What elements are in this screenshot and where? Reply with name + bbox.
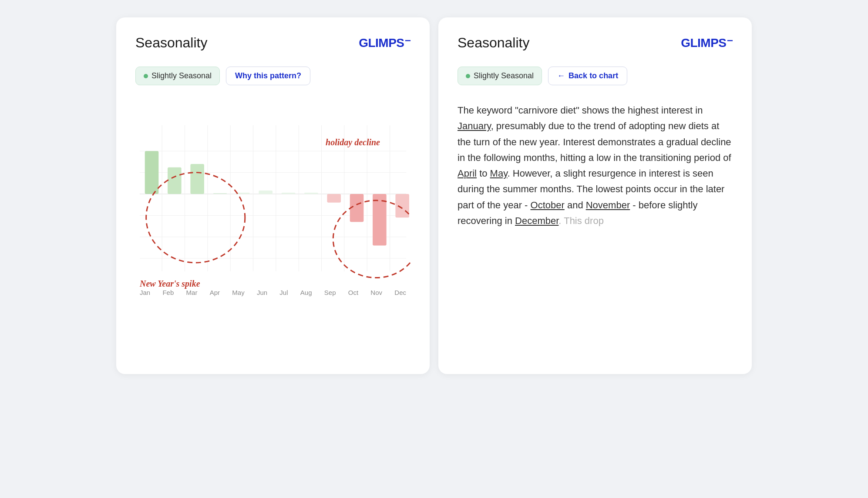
back-icon: ← — [557, 71, 565, 80]
month-aug: Aug — [300, 289, 312, 296]
month-jan: Jan — [140, 289, 150, 296]
back-to-chart-button[interactable]: ← Back to chart — [548, 67, 627, 85]
svg-rect-18 — [168, 167, 182, 194]
chart-svg — [135, 103, 410, 285]
right-badge-dot — [466, 74, 470, 78]
explain-part3: to — [477, 168, 490, 179]
explain-november: November — [586, 200, 630, 211]
month-jul: Jul — [279, 289, 288, 296]
right-badge-label: Slightly Seasonal — [474, 71, 534, 80]
right-card-title: Seasonality — [458, 35, 529, 51]
svg-rect-21 — [236, 193, 250, 194]
explain-part1: The keyword "carnivore diet" shows the h… — [458, 105, 703, 116]
month-oct: Oct — [348, 289, 358, 296]
month-dec: Dec — [394, 289, 406, 296]
right-badge-row: Slightly Seasonal ← Back to chart — [458, 67, 733, 85]
chart-month-labels: Jan Feb Mar Apr May Jun Jul Aug Sep Oct … — [135, 289, 410, 296]
month-jun: Jun — [257, 289, 267, 296]
left-card-title: Seasonality — [135, 35, 207, 51]
right-seasonal-badge: Slightly Seasonal — [458, 67, 542, 85]
explain-part5: and — [565, 200, 586, 211]
right-card: Seasonality GLIMPS⁻ Slightly Seasonal ← … — [438, 17, 752, 374]
svg-rect-24 — [304, 193, 318, 194]
right-card-header: Seasonality GLIMPS⁻ — [458, 35, 733, 51]
explain-part7: . This drop — [558, 215, 604, 226]
left-badge-label: Slightly Seasonal — [151, 71, 212, 80]
explain-january: January — [458, 120, 491, 131]
why-pattern-button[interactable]: Why this pattern? — [226, 67, 310, 85]
svg-rect-25 — [327, 194, 341, 203]
left-card: Seasonality GLIMPS⁻ Slightly Seasonal Wh… — [116, 17, 430, 374]
right-glimpse-logo: GLIMPS⁻ — [681, 36, 733, 50]
left-glimpse-logo: GLIMPS⁻ — [359, 36, 410, 50]
left-seasonal-badge: Slightly Seasonal — [135, 67, 220, 85]
explain-may: May — [490, 168, 508, 179]
explain-december: December — [515, 215, 558, 226]
left-card-header: Seasonality GLIMPS⁻ — [135, 35, 410, 51]
svg-rect-22 — [259, 191, 273, 194]
svg-rect-20 — [213, 193, 227, 194]
explanation-text: The keyword "carnivore diet" shows the h… — [458, 103, 733, 229]
explain-part2: , presumably due to the trend of adoptin… — [458, 120, 731, 163]
month-may: May — [232, 289, 244, 296]
explain-october: October — [531, 200, 565, 211]
svg-rect-17 — [145, 151, 159, 194]
month-sep: Sep — [324, 289, 336, 296]
left-badge-row: Slightly Seasonal Why this pattern? — [135, 67, 410, 85]
month-apr: Apr — [210, 289, 220, 296]
holiday-annotation: holiday decline — [326, 137, 380, 147]
new-year-annotation: New Year's spike — [140, 279, 200, 289]
month-feb: Feb — [162, 289, 174, 296]
left-badge-dot — [144, 74, 148, 78]
explain-april: April — [458, 168, 477, 179]
svg-rect-19 — [190, 164, 204, 194]
chart-area: Jan Feb Mar Apr May Jun Jul Aug Sep Oct … — [135, 103, 410, 311]
month-mar: Mar — [186, 289, 198, 296]
month-nov: Nov — [370, 289, 382, 296]
svg-rect-26 — [350, 194, 364, 222]
svg-rect-23 — [282, 193, 296, 194]
back-label: Back to chart — [569, 71, 618, 80]
svg-rect-28 — [395, 194, 409, 217]
